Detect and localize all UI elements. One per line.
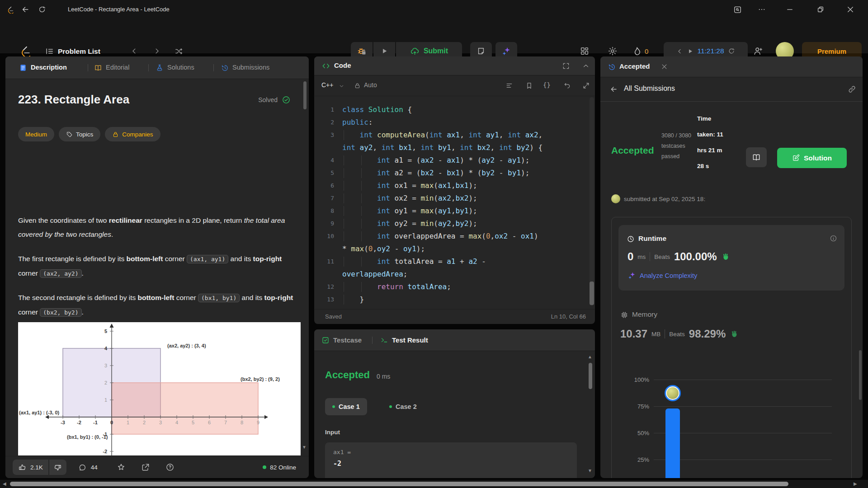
prev-problem-icon[interactable] (130, 47, 138, 55)
topics-badge[interactable]: Topics (59, 127, 100, 141)
scroll-down-icon[interactable]: ▼ (302, 445, 307, 450)
code-line-9[interactable]: 9 int oy2 = min(ay2,by2); (314, 217, 589, 230)
code-line-6[interactable]: 6 int ox1 = max(ax1,bx1); (314, 179, 589, 192)
tab-testcase[interactable]: Testcase (333, 336, 362, 344)
example-figure-svg: -3-2-1012345678954321-1-2(ax2, ay2) : (3… (18, 322, 301, 455)
code-line-12[interactable]: 12 return totalArea; (314, 281, 589, 293)
share-icon[interactable] (141, 463, 150, 472)
code-line-7[interactable]: 7 int ox2 = min(ax2,bx2); (314, 192, 589, 205)
tab-solutions[interactable]: Solutions (167, 64, 194, 71)
expand-editor-icon[interactable] (582, 82, 590, 89)
restore-window-icon[interactable] (816, 5, 825, 14)
format-code-icon[interactable] (505, 82, 513, 89)
random-problem-icon[interactable] (175, 47, 183, 56)
cursor-position[interactable]: Ln 10, Col 66 (551, 313, 586, 320)
code-line-wrap[interactable]: int ay2, int bx1, int by1, int bx2, int … (314, 141, 589, 154)
input-field-value[interactable]: -2 (333, 460, 569, 468)
fullscreen-icon[interactable] (562, 62, 570, 70)
analyze-complexity-link[interactable]: Analyze Complexity (627, 271, 697, 280)
leetcode-logo[interactable] (19, 45, 31, 57)
code-scrollbar-track[interactable] (590, 97, 594, 306)
chart-bar[interactable] (665, 408, 680, 478)
timer-play-icon[interactable] (687, 48, 693, 55)
code-editor[interactable]: 1class Solution {2public:3 int computeAr… (314, 96, 595, 309)
back-arrow-icon[interactable] (609, 85, 618, 94)
code-line-10[interactable]: 10 int overlappedArea = max(0,ox2 - ox1) (314, 230, 589, 243)
language-selector[interactable]: C++ (321, 81, 333, 89)
all-submissions-link[interactable]: All Submissions (624, 84, 675, 93)
collapse-panel-icon[interactable] (582, 62, 590, 70)
code-line-4[interactable]: 4 int a1 = (ax2 - ax1) * (ay2 - ay1); (314, 154, 589, 167)
editorial-button[interactable] (746, 147, 767, 167)
bookmark-icon[interactable] (525, 82, 533, 89)
svg-text:2: 2 (104, 380, 107, 385)
chart-user-marker[interactable] (665, 385, 681, 401)
svg-text:-2: -2 (77, 420, 81, 425)
help-icon[interactable] (165, 463, 175, 472)
settings-gear-icon[interactable] (608, 46, 618, 56)
timer-reset-icon[interactable] (728, 47, 735, 55)
problem-list-icon[interactable] (45, 47, 54, 56)
layout-grid-icon[interactable] (580, 46, 590, 56)
runtime-card[interactable]: Runtime 0 ms Beats 100.00% Analyze Compl… (618, 225, 844, 291)
description-scrollbar-thumb[interactable] (303, 81, 307, 109)
leetcode-favicon (6, 6, 14, 14)
case-1-tab[interactable]: Case 1 (325, 398, 367, 415)
rectangle-b (112, 383, 258, 434)
problem-list-link[interactable]: Problem List (58, 47, 100, 56)
invite-user-icon[interactable] (753, 46, 763, 56)
close-window-icon[interactable] (846, 5, 854, 14)
submission-scrollbar-thumb[interactable] (859, 350, 862, 400)
info-icon[interactable] (830, 235, 837, 242)
solution-button[interactable]: Solution (777, 148, 847, 168)
close-tab-icon[interactable] (661, 63, 668, 70)
code-line-3[interactable]: 3 int computeArea(int ax1, int ay1, int … (314, 129, 589, 141)
testcase-scroll-down-icon[interactable]: ▼ (588, 469, 592, 473)
code-line-13[interactable]: 13 } (314, 293, 589, 306)
code-line-wrap[interactable]: * max(0,oy2 - oy1); (314, 243, 589, 255)
favorite-star-icon[interactable] (117, 463, 126, 472)
timer-collapse-icon[interactable] (676, 48, 683, 55)
dislike-button[interactable] (49, 460, 66, 475)
testcase-runtime: 0 ms (377, 373, 390, 380)
like-button[interactable]: 2.1K (13, 460, 48, 475)
horizontal-scrollbar[interactable]: ◀ ▶ (0, 480, 868, 488)
comments-button[interactable]: 44 (78, 463, 98, 472)
code-scrollbar-thumb[interactable] (590, 282, 594, 305)
reset-code-icon[interactable] (563, 82, 571, 89)
scroll-left-icon[interactable]: ◀ (3, 482, 6, 486)
browser-back-icon[interactable] (21, 5, 30, 14)
snippets-icon[interactable]: {} (543, 81, 551, 89)
autocomplete-label[interactable]: Auto (364, 81, 377, 89)
code-line-8[interactable]: 8 int oy1 = max(ay1,by1); (314, 205, 589, 217)
code-line-11[interactable]: 11 int totalArea = a1 + a2 - (314, 255, 589, 268)
case-2-tab[interactable]: Case 2 (382, 398, 424, 415)
companies-badge[interactable]: Companies (105, 127, 160, 141)
tab-submissions[interactable]: Submissions (232, 64, 269, 71)
scroll-right-icon[interactable]: ▶ (854, 482, 857, 486)
code-line-1[interactable]: 1class Solution { (314, 103, 589, 116)
tab-test-result[interactable]: Test Result (392, 336, 428, 344)
testcase-scroll-up-icon[interactable]: ▲ (588, 355, 592, 359)
minimize-icon[interactable] (786, 5, 794, 14)
tab-description[interactable]: Description (31, 64, 67, 71)
tab-editorial[interactable]: Editorial (106, 64, 129, 71)
streak-flame-icon[interactable] (632, 46, 642, 56)
code-line-5[interactable]: 5 int a2 = (bx2 - bx1) * (by2 - by1); (314, 167, 589, 179)
copy-link-icon[interactable] (848, 85, 856, 94)
svg-text:0: 0 (110, 420, 113, 425)
memory-label[interactable]: Memory (632, 310, 657, 319)
submission-tab-label[interactable]: Accepted (619, 62, 650, 70)
code-panel: Code C++ Auto {} 1class Solution {2publi… (314, 56, 595, 324)
next-problem-icon[interactable] (153, 47, 161, 55)
runtime-beats: 100.00% (674, 250, 717, 263)
horizontal-scrollbar-thumb[interactable] (10, 482, 788, 486)
difficulty-badge[interactable]: Medium (18, 127, 54, 141)
browser-refresh-icon[interactable] (38, 5, 46, 14)
testcase-scrollbar-thumb[interactable] (589, 363, 592, 389)
browser-menu-icon[interactable] (758, 5, 766, 14)
code-line-wrap[interactable]: overlappedArea; (314, 268, 589, 281)
sidebar-search-icon[interactable] (733, 5, 742, 14)
input-field-box[interactable]: ax1 = -2 (325, 442, 577, 478)
code-line-2[interactable]: 2public: (314, 116, 589, 129)
